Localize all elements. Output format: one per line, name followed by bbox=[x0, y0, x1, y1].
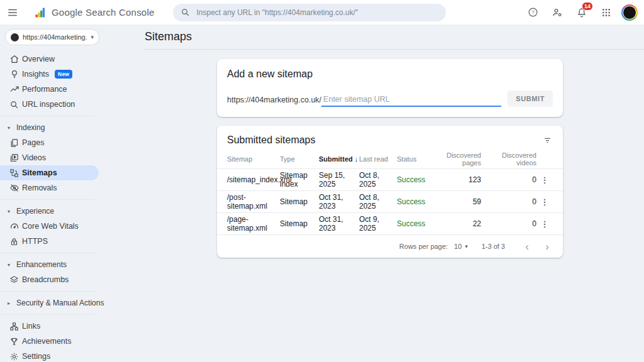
cell-discovered-pages: 123 bbox=[435, 175, 481, 184]
table-row[interactable]: /page-sitemap.xml Sitemap Oct 31, 2023 O… bbox=[217, 212, 563, 234]
previous-page-icon[interactable]: ‹ bbox=[520, 241, 534, 252]
property-label: https://404marketing.c... bbox=[23, 33, 87, 41]
apps-grid-icon[interactable] bbox=[597, 3, 616, 22]
layers-icon bbox=[9, 275, 19, 285]
search-console-logo-icon bbox=[34, 6, 47, 19]
section-enhancements[interactable]: ▾ Enhancements bbox=[0, 257, 145, 272]
column-header-type[interactable]: Type bbox=[280, 155, 319, 163]
table-pagination: Rows per page: 10 ▾ 1-3 of 3 ‹ › bbox=[217, 234, 563, 258]
sidebar-item-insights[interactable]: Insights New bbox=[0, 67, 99, 82]
sidebar-item-core-web-vitals[interactable]: Core Web Vitals bbox=[0, 219, 99, 234]
column-header-label: Submitted bbox=[319, 155, 353, 163]
user-settings-icon[interactable] bbox=[548, 3, 567, 22]
main-content: Sitemaps Add a new sitemap https://404ma… bbox=[145, 25, 644, 362]
avatar-image bbox=[623, 6, 636, 19]
section-label: Security & Manual Actions bbox=[16, 299, 104, 307]
column-header-sitemap[interactable]: Sitemap bbox=[227, 155, 280, 163]
divider bbox=[0, 116, 94, 116]
lightbulb-icon bbox=[9, 69, 19, 79]
sidebar-item-links[interactable]: Links bbox=[0, 319, 99, 334]
sidebar-item-label: Insights bbox=[22, 70, 49, 79]
sidebar-item-label: Achievements bbox=[22, 337, 72, 346]
column-header-discovered-videos[interactable]: Discovered videos bbox=[481, 151, 536, 167]
video-library-icon bbox=[9, 153, 19, 163]
sitemap-url-input[interactable] bbox=[321, 93, 501, 107]
speedometer-icon bbox=[9, 221, 19, 231]
pages-icon bbox=[9, 138, 19, 148]
section-indexing[interactable]: ▾ Indexing bbox=[0, 120, 145, 135]
sidebar-item-label: Core Web Vitals bbox=[22, 222, 79, 231]
sidebar-item-performance[interactable]: Performance bbox=[0, 82, 99, 97]
pagination-range: 1-3 of 3 bbox=[482, 243, 505, 250]
new-badge: New bbox=[55, 70, 72, 79]
row-menu-icon[interactable]: ⋮ bbox=[536, 197, 553, 207]
cell-discovered-videos: 0 bbox=[481, 219, 536, 228]
column-header-status[interactable]: Status bbox=[397, 155, 435, 163]
sidebar-item-overview[interactable]: Overview bbox=[0, 52, 99, 67]
divider bbox=[0, 253, 94, 253]
property-selector[interactable]: https://404marketing.c... ▾ bbox=[5, 29, 99, 45]
sidebar-item-sitemaps[interactable]: Sitemaps bbox=[0, 165, 99, 180]
notifications-bell-icon[interactable]: 14 bbox=[572, 3, 591, 22]
account-avatar[interactable] bbox=[621, 4, 638, 21]
sidebar-item-label: Performance bbox=[22, 85, 67, 94]
chevron-right-icon: ▸ bbox=[8, 300, 13, 306]
search-icon bbox=[9, 99, 19, 109]
help-icon[interactable]: ? bbox=[523, 3, 542, 22]
sidebar-item-label: Links bbox=[22, 322, 40, 331]
menu-icon[interactable] bbox=[0, 0, 25, 25]
sidebar-item-label: Breadcrumbs bbox=[22, 275, 69, 284]
section-experience[interactable]: ▾ Experience bbox=[0, 204, 145, 219]
sidebar-item-label: HTTPS bbox=[22, 237, 48, 246]
cell-last-read: Oct 8, 2025 bbox=[359, 193, 397, 211]
sidebar-item-breadcrumbs[interactable]: Breadcrumbs bbox=[0, 272, 99, 287]
sidebar-item-videos[interactable]: Videos bbox=[0, 150, 99, 165]
eye-off-icon bbox=[9, 183, 19, 193]
sidebar-item-label: Settings bbox=[22, 352, 50, 361]
sidebar-item-removals[interactable]: Removals bbox=[0, 180, 99, 195]
cell-submitted: Oct 31, 2023 bbox=[319, 193, 359, 211]
sitemap-url-prefix: https://404marketing.co.uk/ bbox=[227, 96, 321, 107]
sidebar-item-achievements[interactable]: Achievements bbox=[0, 334, 99, 349]
url-inspect-searchbar[interactable] bbox=[173, 4, 446, 21]
status-badge: Success bbox=[397, 219, 435, 228]
sidebar-item-label: Removals bbox=[22, 184, 57, 192]
sidebar-item-label: Overview bbox=[22, 55, 55, 63]
links-tree-icon bbox=[9, 321, 19, 331]
column-header-last-read[interactable]: Last read bbox=[359, 155, 397, 163]
table-row[interactable]: /post-sitemap.xml Sitemap Oct 31, 2023 O… bbox=[217, 190, 563, 212]
filter-icon[interactable] bbox=[541, 134, 553, 146]
sort-descending-icon: ↓ bbox=[355, 155, 358, 163]
sidebar-item-label: URL inspection bbox=[22, 100, 75, 109]
url-inspect-input[interactable] bbox=[196, 8, 438, 17]
column-header-submitted[interactable]: Submitted↓ bbox=[319, 155, 359, 163]
cell-type: Sitemap bbox=[280, 219, 319, 228]
sidebar-item-https[interactable]: HTTPS bbox=[0, 234, 99, 249]
status-badge: Success bbox=[397, 197, 435, 206]
submit-sitemap-button[interactable]: SUBMIT bbox=[508, 90, 553, 107]
row-menu-icon[interactable]: ⋮ bbox=[536, 219, 553, 229]
column-header-discovered-pages[interactable]: Discovered pages bbox=[435, 151, 481, 167]
lock-icon bbox=[9, 236, 19, 246]
row-menu-icon[interactable]: ⋮ bbox=[536, 175, 553, 185]
sidebar-item-pages[interactable]: Pages bbox=[0, 135, 99, 150]
table-row[interactable]: /sitemap_index.xml Sitemap index Sep 15,… bbox=[217, 168, 563, 190]
page-title: Sitemaps bbox=[145, 30, 644, 43]
cell-submitted: Oct 31, 2023 bbox=[319, 215, 359, 233]
sidebar-item-url-inspection[interactable]: URL inspection bbox=[0, 97, 99, 112]
property-favicon bbox=[11, 33, 19, 41]
section-security-manual-actions[interactable]: ▸ Security & Manual Actions bbox=[0, 295, 145, 310]
add-sitemap-card: Add a new sitemap https://404marketing.c… bbox=[217, 59, 563, 117]
submitted-sitemaps-title: Submitted sitemaps bbox=[227, 134, 316, 146]
rows-per-page-select[interactable]: 10 ▾ bbox=[454, 243, 468, 250]
chevron-down-icon: ▾ bbox=[8, 262, 13, 268]
divider bbox=[0, 291, 94, 292]
sidebar-item-settings[interactable]: Settings bbox=[0, 349, 99, 362]
rows-per-page-label: Rows per page: bbox=[399, 243, 448, 250]
cell-sitemap: /page-sitemap.xml bbox=[227, 215, 280, 233]
cell-sitemap: /sitemap_index.xml bbox=[227, 175, 280, 184]
sidebar-item-label: Pages bbox=[22, 138, 44, 147]
notification-count-badge: 14 bbox=[582, 2, 593, 11]
top-app-bar: Google Search Console ? 14 bbox=[0, 0, 644, 25]
next-page-icon[interactable]: › bbox=[540, 241, 554, 252]
